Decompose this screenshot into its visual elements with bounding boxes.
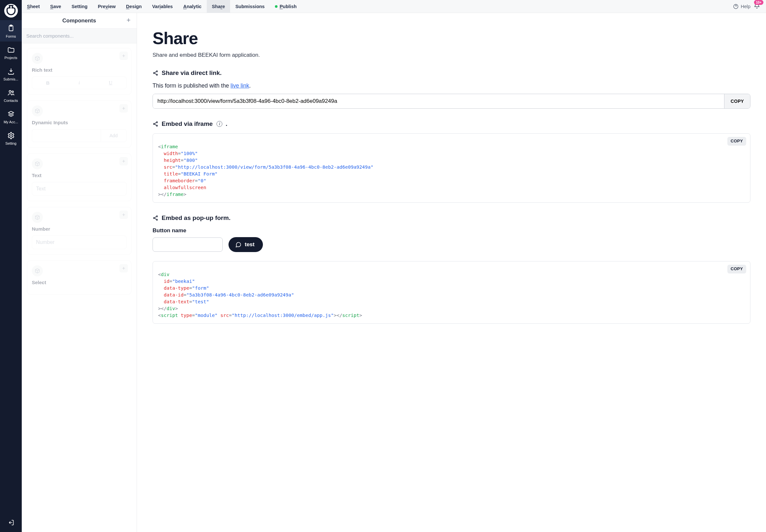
card-add-button[interactable] [119, 52, 128, 60]
svg-point-4 [10, 135, 12, 137]
cube-icon [32, 53, 43, 64]
text-placeholder: Text [32, 182, 127, 196]
share-icon [152, 215, 158, 221]
app-logo[interactable] [4, 4, 18, 18]
share-url-input[interactable] [153, 94, 724, 108]
bold-button[interactable]: B [32, 77, 64, 89]
section-popup: Embed as pop-up form. [152, 214, 750, 222]
components-panel: Components Rich text B i U [22, 13, 137, 532]
number-placeholder: Number [32, 236, 127, 249]
italic-button[interactable]: i [64, 77, 95, 89]
nav-contacts[interactable]: Contacts [0, 84, 22, 106]
section-iframe: Embed via iframe i. [152, 120, 750, 127]
notification-badge: 10+ [754, 0, 763, 5]
richtext-toolbar: B i U [32, 77, 127, 89]
search-input[interactable] [26, 33, 132, 39]
menu-submissions[interactable]: Submissions [230, 0, 270, 13]
card-add-button[interactable] [119, 157, 128, 165]
menu-variables[interactable]: Variables [147, 0, 178, 13]
cube-icon [32, 212, 43, 223]
help-button[interactable]: Help [733, 4, 750, 9]
help-icon [733, 4, 739, 9]
underline-button[interactable]: U [95, 77, 126, 89]
card-add-button[interactable] [119, 264, 128, 272]
nav-label: Contacts [4, 99, 18, 103]
nav-label: My Acc... [4, 120, 18, 124]
component-number[interactable]: Number Number [27, 207, 131, 255]
menu-analytic[interactable]: Analytic [178, 0, 206, 13]
menu-design[interactable]: Design [121, 0, 147, 13]
card-add-button[interactable] [119, 211, 128, 219]
page-subtitle: Share and embed BEEKAI form application. [152, 52, 750, 58]
publish-status-dot [275, 5, 277, 8]
nav-label: Projects [5, 56, 18, 60]
nav-submissions[interactable]: Submis... [0, 63, 22, 84]
nav-logout[interactable] [0, 513, 22, 532]
button-name-label: Button name [152, 227, 750, 234]
nav-label: Setting [5, 141, 16, 145]
share-icon [152, 70, 158, 76]
menu-sheet[interactable]: Sheet [22, 0, 45, 13]
info-icon[interactable]: i [216, 121, 222, 127]
nav-forms[interactable]: Forms [0, 20, 22, 42]
menu-setting[interactable]: Setting [66, 0, 92, 13]
page-title: Share [152, 29, 750, 48]
popup-code: COPY<div id="beekai" data-type="form" da… [152, 261, 750, 324]
nav-setting[interactable]: Setting [0, 127, 22, 149]
nav-account[interactable]: My Acc... [0, 106, 22, 127]
live-link[interactable]: live link [230, 82, 249, 89]
nav-projects[interactable]: Projects [0, 42, 22, 63]
cube-icon [32, 158, 43, 169]
svg-point-2 [9, 91, 11, 92]
component-richtext[interactable]: Rich text B i U [27, 48, 131, 95]
menu-publish[interactable]: Publish [270, 0, 301, 13]
copy-iframe-button[interactable]: COPY [727, 137, 746, 146]
copy-popup-button[interactable]: COPY [727, 265, 746, 273]
svg-point-3 [12, 91, 13, 93]
cube-icon [32, 105, 43, 116]
publish-status-line: This form is published with the live lin… [152, 82, 750, 89]
nav-label: Forms [6, 34, 16, 38]
dynamic-add-button[interactable]: Add [101, 129, 127, 142]
chat-icon [235, 241, 241, 248]
iframe-code: COPY<iframe width="100%" height="800" sr… [152, 133, 750, 203]
component-text[interactable]: Text Text [27, 153, 131, 201]
topbar: Sheet Save Setting Preview Design Variab… [22, 0, 766, 13]
component-select[interactable]: Select [27, 260, 131, 295]
panel-title: Components [62, 18, 96, 24]
copy-url-button[interactable]: COPY [724, 94, 750, 108]
main-content: Share Share and embed BEEKAI form applic… [137, 13, 766, 532]
section-direct-link: Share via direct link. [152, 69, 750, 77]
nav-label: Submis... [4, 77, 18, 81]
menu-save[interactable]: Save [45, 0, 67, 13]
notifications-button[interactable]: 10+ [754, 3, 760, 10]
menu-share[interactable]: Share [207, 0, 230, 13]
add-component-button[interactable] [126, 17, 131, 24]
card-add-button[interactable] [119, 104, 128, 113]
cube-icon [32, 265, 43, 276]
sidebar: Forms Projects Submis... Contacts My Acc… [0, 0, 22, 532]
button-name-input[interactable] [152, 237, 223, 252]
component-dynamic[interactable]: Dynamic Inputs Add [27, 101, 131, 148]
test-button[interactable]: test [228, 237, 263, 252]
menu-preview[interactable]: Preview [93, 0, 121, 13]
share-icon [152, 121, 158, 127]
